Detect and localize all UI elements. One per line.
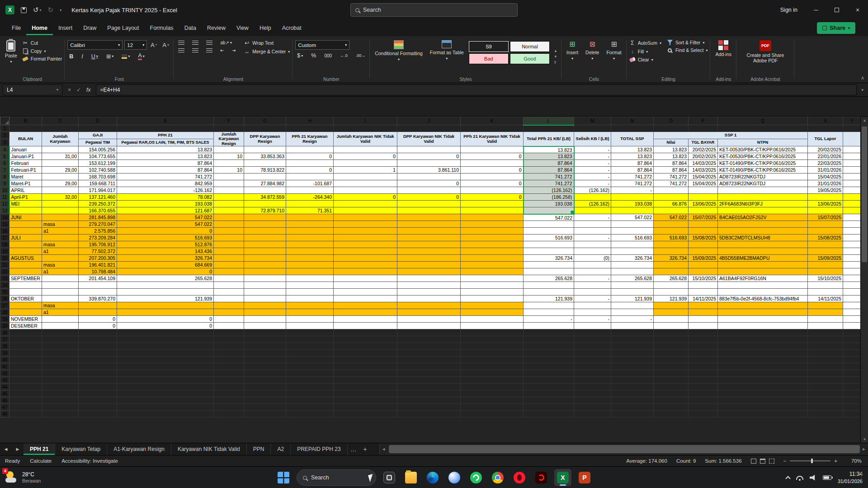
cell-M18[interactable] [574, 241, 611, 248]
cell-M40[interactable] [574, 357, 611, 363]
cell-Q30[interactable] [718, 323, 808, 329]
cell-D11[interactable]: 137.121.460 [79, 194, 117, 201]
cell-F16[interactable] [214, 228, 244, 235]
cell-F21[interactable] [214, 262, 244, 268]
cell-F20[interactable] [214, 255, 244, 262]
cell-Q18[interactable] [718, 241, 808, 248]
cell-D36[interactable] [79, 329, 117, 336]
cell-I13[interactable] [334, 207, 397, 214]
name-box[interactable]: L4 ▾ [3, 84, 62, 95]
cell-M45[interactable] [574, 390, 611, 397]
cell-E13[interactable]: 121.687 [117, 207, 214, 214]
row-header-25[interactable]: 25 [0, 289, 9, 296]
cell-F37[interactable] [214, 336, 244, 343]
increase-indent-icon[interactable]: ⇥ [230, 48, 237, 53]
cell-J42[interactable] [397, 370, 461, 377]
cell-K16[interactable] [461, 228, 524, 235]
clock[interactable]: 11:34 31/01/2026 [838, 471, 863, 484]
style-chip-s9[interactable]: S9 [469, 41, 509, 52]
cell-M29[interactable]: - [574, 316, 611, 323]
cell-C23[interactable] [42, 275, 79, 282]
cell-H7[interactable]: 0 [286, 167, 334, 174]
cell-P27[interactable] [689, 302, 718, 309]
cell-C36[interactable] [42, 329, 79, 336]
cell-P44[interactable] [689, 384, 718, 390]
column-header-Y[interactable]: Y [843, 117, 861, 125]
cell-Y29[interactable] [843, 316, 861, 323]
cell-P1[interactable] [689, 125, 718, 132]
addins-button[interactable]: Add-ins [713, 38, 734, 75]
cell-J46[interactable] [397, 397, 461, 404]
cell-H41[interactable] [286, 363, 334, 370]
cell-C37[interactable] [42, 336, 79, 343]
cell-C8[interactable] [42, 174, 79, 180]
cell-N22[interactable] [611, 268, 654, 275]
cell-M41[interactable] [574, 363, 611, 370]
increase-font-icon[interactable]: A^ [149, 42, 159, 48]
cell-H4[interactable] [286, 146, 334, 153]
cell-I8[interactable] [334, 174, 397, 180]
cell-F29[interactable] [214, 316, 244, 323]
cell-G11[interactable]: 34.872.559 [244, 194, 286, 201]
cell-Y40[interactable] [843, 357, 861, 363]
cell-K48[interactable] [461, 411, 524, 418]
cell-K20[interactable] [461, 255, 524, 262]
cell-J40[interactable] [397, 357, 461, 363]
cell-X14[interactable]: 15/07/2025 [808, 214, 843, 221]
conditional-formatting-button[interactable]: Conditional Formatting▾ [373, 38, 425, 75]
cell-Q8[interactable]: AD8723IR22NKGTDJ [718, 174, 808, 180]
cell-L11[interactable]: (186.258) [524, 194, 574, 201]
cell-M20[interactable]: (0) [574, 255, 611, 262]
menu-tab-acrobat[interactable]: Acrobat [277, 21, 307, 35]
cell-F18[interactable] [214, 241, 244, 248]
cell-C29[interactable] [42, 316, 79, 323]
cell-I43[interactable] [334, 377, 397, 384]
cell-G8[interactable] [244, 174, 286, 180]
cell-N6[interactable]: 87.864 [611, 160, 654, 167]
cell-C16[interactable]: a1 [42, 228, 79, 235]
hscroll-left-icon[interactable]: ◄ [381, 443, 387, 455]
show-desktop-button[interactable] [861, 471, 863, 484]
cell-G44[interactable] [244, 384, 286, 390]
cell-M24[interactable] [574, 282, 611, 289]
cell-M17[interactable]: - [574, 235, 611, 241]
row-header-8[interactable]: 8 [0, 174, 9, 180]
cell-F46[interactable] [214, 397, 244, 404]
row-header-28[interactable]: 28 [0, 309, 9, 316]
cell-K19[interactable] [461, 248, 524, 255]
cell-E26[interactable]: 121.939 [117, 296, 214, 302]
cell-X40[interactable] [808, 357, 843, 363]
cell-J7[interactable]: 3.861.110 [397, 167, 461, 174]
cell-O36[interactable] [654, 329, 689, 336]
cell-P8[interactable]: 15/04/2025 [689, 174, 718, 180]
header-g[interactable]: DPP Karyawan Resign [244, 132, 286, 146]
cell-Y23[interactable] [843, 275, 861, 282]
cell-B12[interactable]: MEI [9, 201, 42, 207]
cell-B4[interactable]: Januari [9, 146, 42, 153]
cell-N1[interactable] [611, 125, 654, 132]
column-header-M[interactable]: M [574, 117, 611, 125]
cell-N29[interactable]: - [611, 316, 654, 323]
restore-button[interactable] [826, 0, 847, 20]
cell-M5[interactable]: - [574, 153, 611, 160]
autosum-button[interactable]: ΣAutoSum▾ [629, 40, 661, 46]
cell-Q10[interactable] [718, 187, 808, 194]
insert-function-icon[interactable]: fx [86, 87, 90, 93]
cell-B11[interactable]: April-P1 [9, 194, 42, 201]
cell-O38[interactable] [654, 343, 689, 350]
cell-N15[interactable] [611, 221, 654, 228]
cell-O40[interactable] [654, 357, 689, 363]
cell-Y39[interactable] [843, 350, 861, 357]
number-format-select[interactable]: Custom▾ [295, 40, 349, 50]
cell-D23[interactable]: 201.454.109 [79, 275, 117, 282]
cell-O23[interactable]: 265.628 [654, 275, 689, 282]
zoom-slider[interactable] [790, 460, 830, 461]
cell-H21[interactable] [286, 262, 334, 268]
header-ntpn[interactable]: NTPN [718, 139, 808, 146]
cell-M39[interactable] [574, 350, 611, 357]
cell-Y8[interactable] [843, 174, 861, 180]
cell-L39[interactable] [524, 350, 574, 357]
cell-D15[interactable]: 279.270.047 [79, 221, 117, 228]
cell-Q38[interactable] [718, 343, 808, 350]
cell-I4[interactable] [334, 146, 397, 153]
